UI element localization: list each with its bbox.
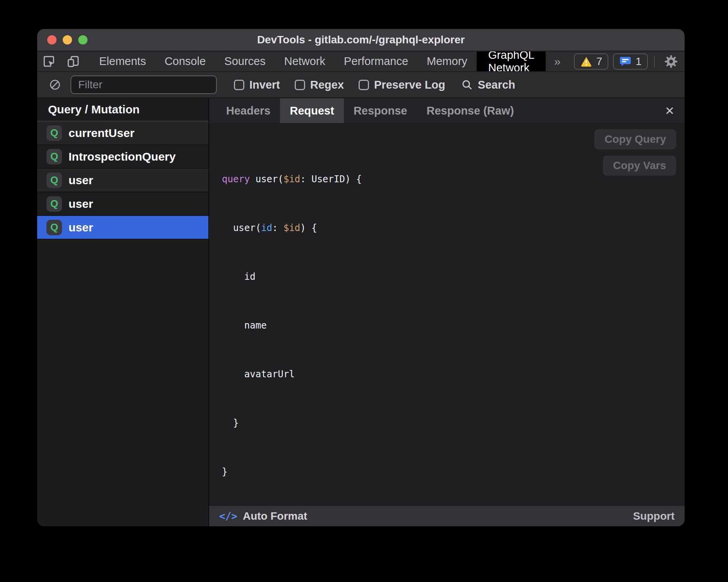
devtools-tab-bar: Elements Console Sources Network Perform… bbox=[37, 51, 685, 71]
zoom-window-button[interactable] bbox=[78, 35, 88, 45]
list-item-user-1[interactable]: Q user bbox=[37, 169, 208, 192]
list-item-label: IntrospectionQuery bbox=[69, 150, 176, 163]
tab-response-raw[interactable]: Response (Raw) bbox=[417, 98, 524, 123]
code-brackets-icon: </> bbox=[219, 510, 237, 522]
clear-block-icon[interactable] bbox=[49, 79, 61, 91]
graphql-query-code: query user($id: UserID) { user(id: $id) … bbox=[222, 139, 685, 505]
tab-sources[interactable]: Sources bbox=[215, 51, 275, 71]
sidebar-header: Query / Mutation bbox=[37, 98, 208, 122]
tab-elements[interactable]: Elements bbox=[90, 51, 155, 71]
list-item-label: user bbox=[69, 221, 93, 234]
query-type-badge: Q bbox=[46, 173, 62, 188]
query-list-sidebar: Query / Mutation Q currentUser Q Introsp… bbox=[37, 98, 209, 526]
device-toolbar-icon bbox=[66, 55, 80, 68]
warning-count: 7 bbox=[596, 55, 603, 68]
preserve-log-checkbox-group: Preserve Log bbox=[359, 79, 445, 91]
preserve-log-label: Preserve Log bbox=[374, 79, 445, 91]
tab-memory[interactable]: Memory bbox=[417, 51, 477, 71]
message-bubble-icon bbox=[619, 55, 632, 68]
chevron-double-right-icon: » bbox=[554, 55, 561, 68]
panel-footer: </> Auto Format Support bbox=[209, 505, 685, 526]
inspect-cursor-icon bbox=[42, 55, 56, 68]
tab-headers[interactable]: Headers bbox=[216, 98, 280, 123]
close-window-button[interactable] bbox=[47, 35, 57, 45]
code-line: } bbox=[222, 415, 685, 431]
request-content: Copy Query Copy Vars query user($id: Use… bbox=[209, 123, 685, 505]
regex-label: Regex bbox=[310, 79, 344, 91]
regex-checkbox[interactable] bbox=[295, 80, 305, 90]
copy-query-button[interactable]: Copy Query bbox=[594, 129, 676, 149]
close-panel-button[interactable]: ✕ bbox=[655, 98, 685, 123]
support-link[interactable]: Support bbox=[633, 510, 675, 522]
search-label: Search bbox=[478, 79, 515, 91]
list-item-label: user bbox=[69, 197, 93, 211]
preserve-log-checkbox[interactable] bbox=[359, 80, 369, 90]
tab-request[interactable]: Request bbox=[280, 98, 343, 123]
code-line: id bbox=[222, 269, 685, 285]
filter-input[interactable] bbox=[70, 75, 217, 94]
list-item-introspectionquery[interactable]: Q IntrospectionQuery bbox=[37, 145, 208, 169]
devtools-window: DevTools - gitlab.com/-/graphql-explorer… bbox=[37, 29, 685, 526]
invert-checkbox[interactable] bbox=[234, 80, 244, 90]
warning-triangle-icon bbox=[580, 55, 592, 68]
inspect-element-button[interactable] bbox=[37, 51, 61, 71]
title-bar: DevTools - gitlab.com/-/graphql-explorer bbox=[37, 29, 685, 51]
issues-badge[interactable]: 1 bbox=[613, 53, 648, 70]
code-line: } bbox=[222, 464, 685, 480]
detail-tab-bar: Headers Request Response Response (Raw) … bbox=[209, 98, 685, 123]
list-item-user-2[interactable]: Q user bbox=[37, 192, 208, 216]
query-type-badge: Q bbox=[46, 125, 62, 141]
query-type-badge: Q bbox=[46, 149, 62, 164]
list-item-currentuser[interactable]: Q currentUser bbox=[37, 122, 208, 145]
list-item-label: currentUser bbox=[69, 127, 134, 140]
auto-format-label: Auto Format bbox=[243, 510, 307, 522]
auto-format-button[interactable]: </> Auto Format bbox=[219, 510, 307, 522]
filter-toolbar: Invert Regex Preserve Log Search bbox=[37, 71, 685, 98]
tab-console[interactable]: Console bbox=[155, 51, 215, 71]
query-type-badge: Q bbox=[46, 196, 62, 212]
issues-count: 1 bbox=[635, 55, 642, 68]
list-item-user-3-selected[interactable]: Q user bbox=[37, 216, 208, 240]
tab-performance[interactable]: Performance bbox=[335, 51, 417, 71]
copy-vars-button[interactable]: Copy Vars bbox=[603, 156, 676, 176]
invert-label: Invert bbox=[249, 79, 280, 91]
main-area: Query / Mutation Q currentUser Q Introsp… bbox=[37, 98, 685, 526]
search-icon bbox=[461, 79, 473, 91]
gear-icon bbox=[664, 54, 678, 69]
regex-checkbox-group: Regex bbox=[295, 79, 344, 91]
copy-buttons: Copy Query Copy Vars bbox=[594, 129, 676, 176]
device-toolbar-button[interactable] bbox=[61, 51, 85, 71]
tab-response[interactable]: Response bbox=[344, 98, 417, 123]
detail-panel: Headers Request Response Response (Raw) … bbox=[209, 98, 685, 526]
warnings-badge[interactable]: 7 bbox=[574, 53, 609, 70]
more-options-button[interactable] bbox=[683, 55, 685, 68]
invert-checkbox-group: Invert bbox=[234, 79, 280, 91]
more-tabs-button[interactable]: » bbox=[546, 51, 569, 71]
list-item-label: user bbox=[69, 174, 93, 187]
query-type-badge: Q bbox=[46, 220, 62, 235]
close-icon: ✕ bbox=[665, 104, 675, 118]
traffic-lights bbox=[47, 29, 88, 51]
settings-button[interactable] bbox=[659, 54, 683, 69]
code-line: user(id: $id) { bbox=[222, 220, 685, 236]
window-title: DevTools - gitlab.com/-/graphql-explorer bbox=[257, 34, 465, 46]
tab-graphql-network[interactable]: GraphQL Network bbox=[477, 51, 546, 71]
tab-network[interactable]: Network bbox=[275, 51, 335, 71]
code-line: avatarUrl bbox=[222, 366, 685, 382]
search-control[interactable]: Search bbox=[461, 79, 515, 91]
code-line: name bbox=[222, 317, 685, 334]
minimize-window-button[interactable] bbox=[63, 35, 72, 45]
toolbar-divider bbox=[654, 56, 655, 67]
toolbar-right-controls: 7 1 bbox=[569, 51, 685, 71]
